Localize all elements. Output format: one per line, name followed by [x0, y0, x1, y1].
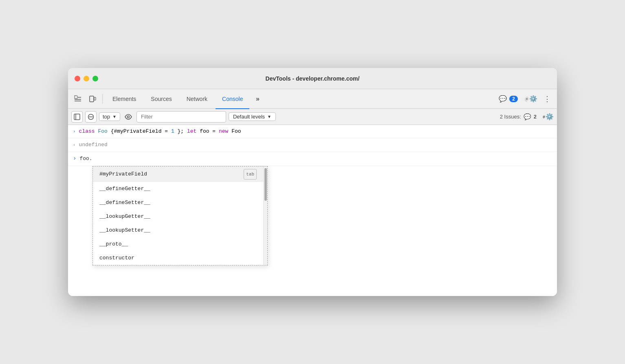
autocomplete-label-5: __proto__ — [99, 240, 128, 249]
svg-rect-6 — [74, 114, 80, 120]
autocomplete-item-0[interactable]: #myPrivateField tab — [93, 167, 263, 182]
autocomplete-container: #myPrivateField tab __defineGetter__ __d… — [92, 166, 557, 265]
input-caret: › — [73, 154, 76, 162]
console-settings-button[interactable]: ⚙️ — [542, 111, 554, 123]
console-row-1: › class Foo {#myPrivateField = 1 }; let … — [68, 125, 557, 138]
window-title: DevTools - developer.chrome.com/ — [266, 75, 360, 82]
svg-rect-0 — [75, 96, 77, 99]
autocomplete-label-0: #myPrivateField — [99, 170, 147, 179]
log-levels-button[interactable]: Default levels ▼ — [229, 112, 276, 121]
live-expressions-button[interactable] — [123, 111, 134, 123]
autocomplete-label-1: __defineGetter__ — [99, 184, 150, 193]
tab-network[interactable]: Network — [180, 90, 214, 109]
clear-console-button[interactable] — [85, 111, 97, 123]
more-tabs-button[interactable]: » — [251, 92, 264, 105]
devtools-toolbar: Elements Sources Network Console » 💬 2 — [68, 89, 557, 109]
dropdown-arrow-icon: ▼ — [112, 114, 117, 119]
more-options-button[interactable]: ⋮ — [541, 92, 554, 105]
context-selector[interactable]: top ▼ — [99, 112, 120, 121]
titlebar: DevTools - developer.chrome.com/ — [68, 68, 557, 89]
maximize-button[interactable] — [92, 76, 98, 81]
levels-dropdown-icon: ▼ — [267, 114, 271, 119]
tab-sources[interactable]: Sources — [144, 90, 178, 109]
issues-badge-button[interactable]: 💬 2 — [495, 93, 521, 104]
class-name-foo: Foo — [98, 128, 107, 134]
output-arrow-1: ‹ — [73, 141, 76, 149]
console-line-2: undefined — [79, 141, 552, 149]
issues-badge-count: 2 — [509, 96, 518, 102]
console-row-2: ‹ undefined — [68, 138, 557, 152]
autocomplete-label-6: constructor — [99, 254, 134, 263]
autocomplete-item-4[interactable]: __lookupSetter__ — [93, 224, 263, 237]
console-line-1: class Foo {#myPrivateField = 1 }; let fo… — [79, 127, 552, 136]
inspect-element-button[interactable] — [71, 92, 84, 105]
num-value-1: 1 — [171, 128, 174, 134]
svg-rect-5 — [94, 97, 96, 100]
devtools-window: DevTools - developer.chrome.com/ Element… — [68, 68, 557, 296]
autocomplete-hint-0: tab — [244, 169, 257, 180]
toolbar-divider-1 — [102, 94, 103, 104]
issues-label: 2 Issues: — [500, 114, 521, 120]
context-label: top — [103, 114, 110, 120]
issues-number: 2 — [534, 114, 537, 120]
toolbar-right: 💬 2 ⚙️ ⋮ — [495, 92, 554, 105]
console-input-row: › foo. — [68, 152, 557, 166]
autocomplete-item-1[interactable]: __defineGetter__ — [93, 182, 263, 196]
sidebar-toggle-button[interactable] — [71, 111, 83, 123]
expand-arrow-1[interactable]: › — [73, 127, 76, 136]
issues-count-button[interactable]: 2 Issues: 💬 2 — [497, 112, 540, 121]
autocomplete-item-5[interactable]: __proto__ — [93, 237, 263, 251]
console-secondary-toolbar: top ▼ Default levels ▼ 2 Issues: 💬 2 — [68, 109, 557, 125]
settings-button[interactable]: ⚙️ — [524, 92, 537, 105]
keyword-class: class — [79, 128, 95, 134]
autocomplete-dropdown: #myPrivateField tab __defineGetter__ __d… — [92, 166, 268, 265]
comment-icon: 💬 — [499, 95, 507, 103]
autocomplete-scrollbar-thumb — [264, 168, 267, 201]
undefined-value: undefined — [79, 142, 108, 148]
svg-point-10 — [127, 116, 129, 118]
tab-console[interactable]: Console — [216, 90, 249, 109]
close-button[interactable] — [75, 76, 80, 81]
autocomplete-item-6[interactable]: constructor — [93, 251, 263, 265]
keyword-let: let — [187, 128, 196, 134]
autocomplete-label-3: __lookupGetter__ — [99, 212, 150, 221]
svg-rect-4 — [90, 96, 94, 102]
device-toolbar-button[interactable] — [86, 92, 99, 105]
autocomplete-list: #myPrivateField tab __defineGetter__ __d… — [93, 167, 263, 265]
autocomplete-label-4: __lookupSetter__ — [99, 226, 150, 235]
console-input-text[interactable]: foo. — [79, 154, 552, 163]
comment-icon-2: 💬 — [524, 113, 531, 121]
autocomplete-item-3[interactable]: __lookupGetter__ — [93, 210, 263, 224]
console-filter-input[interactable] — [136, 111, 226, 123]
tab-elements[interactable]: Elements — [106, 90, 143, 109]
keyword-new: new — [219, 128, 228, 134]
traffic-lights — [75, 76, 98, 81]
autocomplete-item-2[interactable]: __defineSetter__ — [93, 196, 263, 210]
minimize-button[interactable] — [84, 76, 89, 81]
console-content: › class Foo {#myPrivateField = 1 }; let … — [68, 125, 557, 296]
autocomplete-label-2: __defineSetter__ — [99, 198, 150, 207]
autocomplete-scrollbar[interactable] — [263, 167, 267, 265]
